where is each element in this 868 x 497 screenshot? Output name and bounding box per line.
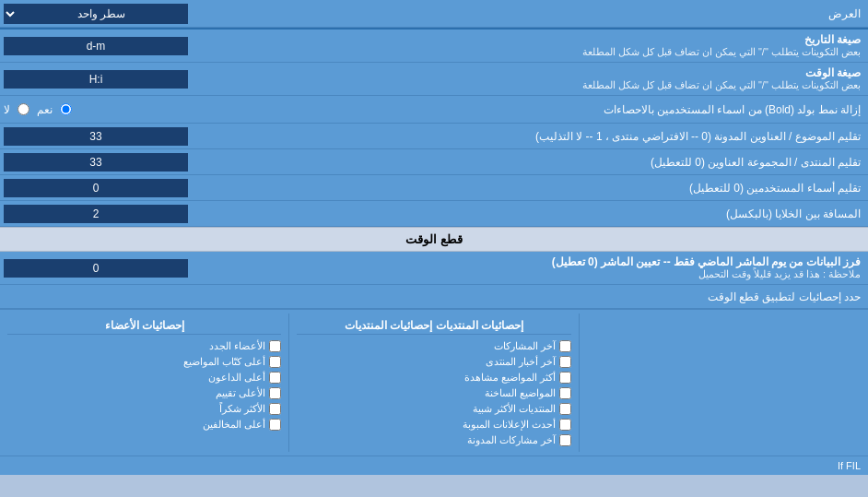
checkbox-members-3[interactable] [269, 372, 281, 384]
checkbox-forums-item-2: آخر أخبار المنتدى [297, 354, 570, 370]
bold-no-label: لا [4, 103, 10, 116]
date-format-title: صيغة التاريخ [265, 33, 861, 46]
date-format-input[interactable] [4, 37, 188, 55]
cell-spacing-label: المسافة بين الخلايا (بالبكسل) [258, 204, 868, 224]
checkbox-forums-3[interactable] [559, 372, 571, 384]
checkbox-forums-1[interactable] [559, 340, 571, 352]
checkbox-members-1[interactable] [269, 340, 281, 352]
checkbox-forums-label-5: المنتديات الأكثر شبية [473, 403, 556, 415]
topic-trim-label: تقليم الموضوع / العناوين المدونة (0 -- ا… [258, 126, 868, 147]
checkbox-members-label-4: الأعلى تقييم [216, 387, 265, 399]
checkbox-members-item-2: أعلى كتّاب المواضيع [7, 354, 281, 370]
cutoff-input[interactable] [4, 259, 188, 278]
time-format-input-container [0, 68, 258, 90]
checkbox-members-label-1: الأعضاء الجدد [209, 340, 265, 352]
stats-apply-text: حدد إحصائيات لتطبيق قطع الوقت [708, 290, 861, 303]
checkbox-forums-label-7: آخر مشاركات المدونة [467, 434, 556, 446]
cutoff-title: قطع الوقت [405, 232, 463, 246]
checkbox-forums-2[interactable] [559, 356, 571, 368]
checkbox-members-label-3: أعلى الداعون [208, 372, 265, 384]
checkbox-forums-item-6: أحدث الإعلانات المبوبة [297, 417, 570, 432]
checkbox-forums-7[interactable] [559, 434, 571, 446]
bottom-note-text: If FIL [838, 460, 861, 471]
checkbox-forums-label-3: أكثر المواضيع مشاهدة [464, 372, 556, 384]
topic-trim-title: تقليم الموضوع / العناوين المدونة (0 -- ا… [535, 130, 861, 143]
checkbox-forums-label-2: آخر أخبار المنتدى [486, 356, 556, 368]
bold-remove-radio-container: نعم لا [0, 101, 258, 118]
date-format-sublabel: بعض التكوينات يتطلب "/" التي يمكن ان تضا… [265, 46, 861, 58]
bold-remove-label: إزالة نمط بولد (Bold) من اسماء المستخدمي… [258, 100, 868, 120]
checkbox-members-label-2: أعلى كتّاب المواضيع [183, 356, 265, 368]
checkbox-members-item-3: أعلى الداعون [7, 370, 281, 385]
forums-stats-title: إحصائيات المنتديات [436, 319, 523, 332]
checkbox-members-label-5: الأكثر شكراً [219, 403, 265, 415]
single-line-container: سطر واحد [0, 2, 258, 26]
checkbox-forums-4[interactable] [559, 387, 571, 399]
page-title: العرض [828, 7, 861, 20]
checkbox-members-item-6: أعلى المخالفين [7, 417, 281, 432]
checkbox-forums-label-4: المواضيع الساخنة [485, 387, 556, 399]
checkbox-forums-item-3: أكثر المواضيع مشاهدة [297, 370, 570, 385]
checkbox-forums-label-6: أحدث الإعلانات المبوبة [463, 419, 556, 431]
members-stats-header: إحصائيات الأعضاء [7, 317, 281, 335]
checkboxes-container: إحصائيات المنتديات إحصائيات المنتديات آخ… [0, 309, 868, 456]
stats-empty-col [580, 314, 868, 452]
forum-trim-input-container [0, 151, 258, 173]
checkbox-forums-item-4: المواضيع الساخنة [297, 385, 570, 401]
checkbox-forums-5[interactable] [559, 403, 571, 415]
username-trim-input-container [0, 177, 258, 199]
forum-trim-input[interactable] [4, 153, 188, 172]
time-format-sublabel: بعض التكوينات يتطلب "/" التي يمكن ان تضا… [265, 79, 861, 91]
bold-no-radio[interactable] [18, 103, 29, 115]
checkbox-forums-item-1: آخر المشاركات [297, 338, 570, 354]
bold-yes-label: نعم [37, 103, 53, 116]
section-title: العرض [258, 4, 868, 24]
forum-trim-label: تقليم المنتدى / المجموعة العناوين (0 للت… [258, 152, 868, 172]
bold-remove-title: إزالة نمط بولد (Bold) من اسماء المستخدمي… [604, 103, 861, 116]
bold-remove-radio-group: نعم لا [4, 103, 72, 116]
username-trim-label: تقليم أسماء المستخدمين (0 للتعطيل) [258, 178, 868, 198]
time-format-title: صيغة الوقت [265, 66, 861, 79]
checkbox-members-item-5: الأكثر شكراً [7, 401, 281, 417]
topic-trim-input-container [0, 125, 258, 148]
cutoff-sub-label: ملاحظة : هذا قد يزيد قليلاً وقت التحميل [265, 268, 861, 280]
checkbox-members-item-4: الأعلى تقييم [7, 385, 281, 401]
cutoff-input-container [0, 257, 258, 279]
forums-stats-col: إحصائيات المنتديات إحصائيات المنتديات آخ… [289, 314, 579, 452]
time-format-label: صيغة الوقت بعض التكوينات يتطلب "/" التي … [258, 63, 868, 95]
forums-stats-header: إحصائيات المنتديات إحصائيات المنتديات [297, 317, 570, 335]
checkbox-members-item-1: الأعضاء الجدد [7, 338, 281, 354]
topic-trim-input[interactable] [4, 127, 188, 146]
single-line-select[interactable]: سطر واحد [4, 4, 188, 24]
checkbox-members-6[interactable] [269, 419, 281, 431]
checkbox-forums-6[interactable] [559, 419, 571, 431]
checkbox-members-4[interactable] [269, 387, 281, 399]
stats-apply-input-area [0, 295, 258, 299]
date-format-label: صيغة التاريخ بعض التكوينات يتطلب "/" الت… [258, 30, 868, 62]
checkbox-forums-item-5: المنتديات الأكثر شبية [297, 401, 570, 417]
username-trim-input[interactable] [4, 179, 188, 197]
forum-trim-title: تقليم المنتدى / المجموعة العناوين (0 للت… [651, 156, 861, 169]
username-trim-title: تقليم أسماء المستخدمين (0 للتعطيل) [689, 182, 861, 195]
checkbox-forums-item-7: آخر مشاركات المدونة [297, 432, 570, 448]
bold-yes-radio[interactable] [60, 103, 72, 115]
time-format-input[interactable] [4, 70, 188, 89]
cell-spacing-input-container [0, 203, 258, 225]
bottom-note: If FIL [0, 456, 868, 475]
members-stats-col: إحصائيات الأعضاء الأعضاء الجدد أعلى كتّا… [0, 314, 289, 452]
cutoff-row-label: فرز البيانات من يوم الماشر الماضي فقط --… [258, 252, 868, 284]
stats-apply-label: حدد إحصائيات لتطبيق قطع الوقت [258, 287, 868, 307]
checkbox-forums-label-1: آخر المشاركات [494, 340, 556, 352]
checkbox-members-label-6: أعلى المخالفين [203, 419, 265, 431]
checkbox-members-2[interactable] [269, 356, 281, 368]
cell-spacing-title: المسافة بين الخلايا (بالبكسل) [726, 207, 861, 220]
checkbox-members-5[interactable] [269, 403, 281, 415]
cell-spacing-input[interactable] [4, 205, 188, 223]
date-format-input-container [0, 35, 258, 57]
cutoff-section-header: قطع الوقت [0, 227, 868, 252]
cutoff-main-label: فرز البيانات من يوم الماشر الماضي فقط --… [265, 255, 861, 268]
